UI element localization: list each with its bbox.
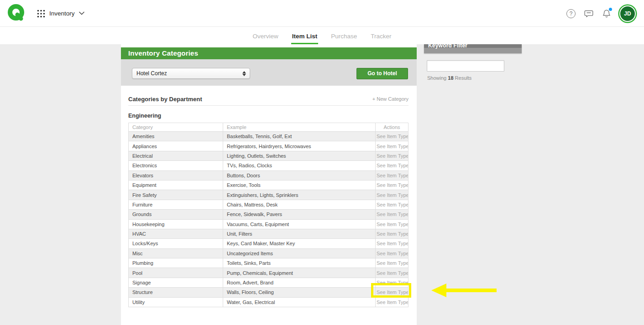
- tab-tracker[interactable]: Tracker: [370, 33, 392, 44]
- table-row: Equipment Exercise, Tools See Item Types: [129, 180, 408, 190]
- keyword-filter-title: Keyword Filter: [428, 44, 522, 50]
- see-item-types-link[interactable]: See Item Types: [376, 219, 408, 229]
- see-item-types-link[interactable]: See Item Types: [376, 170, 408, 180]
- example-cell: Refrigerators, Hairdryers, Microwaves: [223, 141, 376, 151]
- category-cell: Electrical: [129, 151, 223, 160]
- category-cell: Utility: [129, 297, 223, 307]
- category-cell: Structure: [129, 288, 223, 297]
- hotel-select-value: Hotel Cortez: [132, 70, 242, 77]
- category-cell: HVAC: [129, 229, 223, 238]
- see-item-types-link[interactable]: See Item Types: [376, 132, 408, 141]
- category-cell: Appliances: [129, 141, 223, 151]
- notifications-button[interactable]: [602, 9, 612, 19]
- help-button[interactable]: ?: [566, 9, 576, 19]
- tab-purchase[interactable]: Purchase: [330, 33, 358, 44]
- category-cell: Fire Safety: [129, 190, 223, 200]
- category-cell: Signage: [129, 278, 223, 287]
- section-divider: [128, 105, 408, 106]
- example-cell: Vacuums, Carts, Equipment: [223, 219, 376, 229]
- section-title: Categories by Department: [128, 96, 202, 103]
- category-cell: Amenities: [129, 132, 223, 141]
- table-row: Electronics TVs, Radios, Clocks See Item…: [129, 161, 408, 170]
- table-row: Appliances Refrigerators, Hairdryers, Mi…: [129, 141, 408, 151]
- table-row: Pool Pump, Chemicals, Equipment See Item…: [129, 268, 408, 278]
- table-row: Plumbing Toilets, Sinks, Parts See Item …: [129, 258, 408, 268]
- example-cell: Basketballs, Tennis, Golf, Ext: [223, 132, 376, 141]
- table-row-highlighted: Signage Room, Advert, Brand See Item Typ…: [129, 278, 408, 287]
- brand-logo-q-icon[interactable]: [7, 4, 26, 23]
- arrow-head: [431, 284, 446, 297]
- feedback-button[interactable]: [584, 9, 594, 19]
- table-row: Fire Safety Extinguishers, Lights, Sprin…: [129, 190, 408, 200]
- app-name: Inventory: [49, 10, 75, 17]
- see-item-types-link[interactable]: See Item Types: [376, 161, 408, 170]
- see-item-types-link[interactable]: See Item Types: [376, 239, 408, 248]
- see-item-types-link[interactable]: See Item Types: [376, 210, 408, 219]
- help-icon: ?: [566, 9, 576, 18]
- tab-bar: OverviewItem ListPurchaseTracker: [0, 27, 644, 44]
- see-item-types-link[interactable]: See Item Types: [376, 278, 408, 287]
- example-cell: Extinguishers, Lights, Sprinklers: [223, 190, 376, 200]
- see-item-types-link[interactable]: See Item Types: [376, 229, 408, 238]
- category-cell: Locks/Keys: [129, 239, 223, 248]
- see-item-types-link[interactable]: See Item Types: [376, 268, 408, 278]
- example-cell: Keys, Card Maker, Master Key: [223, 239, 376, 248]
- app-grid-icon[interactable]: [37, 10, 45, 18]
- see-item-types-link[interactable]: See Item Types: [376, 288, 408, 297]
- example-cell: Fence, Sidewalk, Pavers: [223, 210, 376, 219]
- see-item-types-link[interactable]: See Item Types: [376, 200, 408, 209]
- example-cell: Uncategorized Items: [223, 248, 376, 258]
- table-header-row: Category Example Actions: [129, 123, 408, 132]
- department-title: Engineering: [128, 113, 161, 119]
- category-cell: Electronics: [129, 161, 223, 170]
- top-bar: Inventory ? JD: [0, 0, 644, 27]
- categories-table-body: Amenities Basketballs, Tennis, Golf, Ext…: [129, 132, 408, 307]
- hotel-select[interactable]: Hotel Cortez: [132, 68, 250, 79]
- category-cell: Misc: [129, 248, 223, 258]
- chevron-down-icon: [79, 11, 84, 15]
- results-count-text: Showing 18 Results: [427, 75, 471, 81]
- see-item-types-link[interactable]: See Item Types: [376, 248, 408, 258]
- example-cell: Walls, Floors, Ceiling: [223, 288, 376, 297]
- example-cell: Water, Gas, Electrical: [223, 297, 376, 307]
- table-row: Locks/Keys Keys, Card Maker, Master Key …: [129, 239, 408, 248]
- tab-overview[interactable]: Overview: [251, 33, 279, 44]
- table-row: Utility Water, Gas, Electrical See Item …: [129, 297, 408, 307]
- table-row: Electrical Lighting, Outlets, Switches S…: [129, 151, 408, 160]
- arrow-shaft: [446, 289, 497, 292]
- example-cell: Buttons, Doors: [223, 170, 376, 180]
- topbar-actions: ? JD: [566, 0, 636, 27]
- section-header: Categories by Department + New Category: [128, 95, 408, 104]
- new-category-link[interactable]: + New Category: [372, 96, 408, 102]
- example-cell: Room, Advert, Brand: [223, 278, 376, 287]
- hotel-selector-bar: Hotel Cortez Go to Hotel: [121, 59, 417, 86]
- tab-item-list[interactable]: Item List: [291, 33, 319, 44]
- table-row: Amenities Basketballs, Tennis, Golf, Ext…: [129, 132, 408, 141]
- column-header-category: Category: [129, 123, 223, 132]
- category-cell: Elevators: [129, 170, 223, 180]
- category-cell: Plumbing: [129, 258, 223, 268]
- see-item-types-link[interactable]: See Item Types: [376, 190, 408, 200]
- example-cell: Exercise, Tools: [223, 180, 376, 190]
- table-row: Structure Walls, Floors, Ceiling See Ite…: [129, 288, 408, 297]
- app-switcher[interactable]: Inventory: [49, 6, 84, 20]
- keyword-filter-input[interactable]: [427, 60, 504, 72]
- avatar[interactable]: JD: [619, 5, 636, 22]
- see-item-types-link[interactable]: See Item Types: [376, 258, 408, 268]
- example-cell: Toilets, Sinks, Parts: [223, 258, 376, 268]
- table-row: Misc Uncategorized Items See Item Types: [129, 248, 408, 258]
- see-item-types-link[interactable]: See Item Types: [376, 297, 408, 307]
- keyword-filter-header: Keyword Filter: [424, 44, 522, 53]
- select-stepper-icon: [242, 71, 250, 76]
- see-item-types-link[interactable]: See Item Types: [376, 141, 408, 151]
- see-item-types-link[interactable]: See Item Types: [376, 180, 408, 190]
- table-row: Furniture Chairs, Mattress, Desk See Ite…: [129, 200, 408, 209]
- see-item-types-link[interactable]: See Item Types: [376, 151, 408, 160]
- example-cell: Lighting, Outlets, Switches: [223, 151, 376, 160]
- go-to-hotel-button[interactable]: Go to Hotel: [356, 68, 408, 79]
- example-cell: Chairs, Mattress, Desk: [223, 200, 376, 209]
- category-cell: Furniture: [129, 200, 223, 209]
- notification-badge: [609, 8, 612, 11]
- category-cell: Pool: [129, 268, 223, 278]
- categories-table: Category Example Actions Amenities Baske…: [128, 123, 408, 307]
